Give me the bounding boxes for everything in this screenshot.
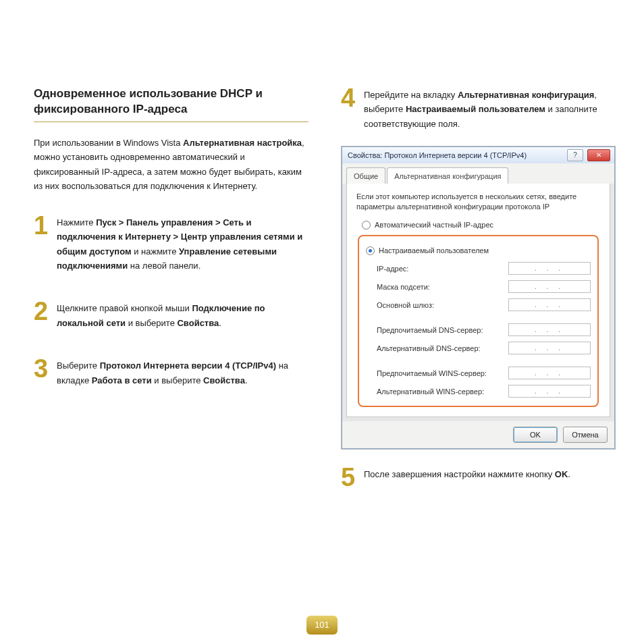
- text: Нажмите: [57, 217, 96, 227]
- step-body: После завершения настройки нажмите кнопк…: [364, 466, 570, 489]
- ip-input[interactable]: . . .: [508, 262, 591, 275]
- field-dns1: Предпочитаемый DNS-сервер: . . .: [377, 323, 591, 336]
- text-bold: Альтернативная конфигурация: [458, 90, 594, 100]
- step-body: Нажмите Пуск > Панель управления > Сеть …: [57, 214, 308, 273]
- panel-hint: Если этот компьютер используется в неско…: [356, 192, 600, 212]
- text: на левой панели.: [128, 261, 200, 271]
- tab-general[interactable]: Общие: [346, 167, 385, 184]
- dialog-panel: Если этот компьютер используется в неско…: [346, 184, 610, 417]
- ip-input[interactable]: . . .: [508, 280, 591, 293]
- field-label: Предпочитаемый WINS-сервер:: [377, 367, 508, 379]
- radio-label: Настраиваемый пользователем: [379, 244, 489, 257]
- field-label: Предпочитаемый DNS-сервер:: [377, 324, 508, 336]
- field-wins1: Предпочитаемый WINS-сервер: . . .: [377, 367, 591, 379]
- step-body: Перейдите на вкладку Альтернативная конф…: [364, 86, 616, 131]
- dialog-title: Свойства: Протокол Интернета версии 4 (T…: [348, 149, 563, 161]
- step-2: 2 Щелкните правой кнопкой мыши Подключен…: [34, 300, 308, 330]
- text: и выберите: [126, 318, 177, 328]
- text: и выберите: [152, 375, 203, 385]
- close-button[interactable]: ✕: [587, 149, 610, 161]
- step-number: 4: [341, 86, 357, 131]
- help-button[interactable]: ?: [567, 149, 583, 161]
- step-1: 1 Нажмите Пуск > Панель управления > Сет…: [34, 214, 308, 273]
- text: Перейдите на вкладку: [364, 90, 458, 100]
- text: .: [245, 375, 248, 385]
- step-5: 5 После завершения настройки нажмите кно…: [341, 466, 616, 489]
- text: Выберите: [57, 360, 100, 371]
- text: Щелкните правой кнопкой мыши: [57, 303, 192, 313]
- field-wins2: Альтернативный WINS-сервер: . . .: [377, 385, 591, 398]
- ip-input[interactable]: . . .: [508, 385, 591, 398]
- field-dns2: Альтернативный DNS-сервер: . . .: [377, 342, 591, 354]
- dialog-screenshot: Свойства: Протокол Интернета версии 4 (T…: [341, 146, 616, 450]
- page-number-badge: 101: [306, 616, 338, 635]
- radio-icon: [366, 246, 375, 255]
- text-bold: OK: [555, 469, 568, 479]
- text-bold: Работа в сети: [92, 375, 152, 385]
- intro-bold: Альтернативная настройка: [183, 138, 302, 148]
- ok-button[interactable]: OK: [513, 427, 558, 443]
- section-title: Одновременное использование DHCP и фикси…: [34, 86, 308, 117]
- step-3: 3 Выберите Протокол Интернета версии 4 (…: [34, 357, 308, 387]
- intro-text: При использовании в Windows Vista: [34, 138, 183, 148]
- text: и нажмите: [132, 246, 179, 257]
- step-number: 1: [34, 214, 50, 273]
- field-mask: Маска подсети: . . .: [377, 280, 591, 293]
- field-label: IP-адрес:: [377, 263, 508, 275]
- ip-input[interactable]: . . .: [508, 323, 591, 336]
- ip-input[interactable]: . . .: [508, 367, 591, 379]
- text: .: [219, 318, 221, 328]
- step-number: 2: [34, 300, 50, 330]
- field-label: Альтернативный DNS-сервер:: [377, 342, 508, 354]
- step-body: Щелкните правой кнопкой мыши Подключение…: [57, 300, 308, 330]
- field-ip: IP-адрес: . . .: [377, 262, 591, 275]
- step-body: Выберите Протокол Интернета версии 4 (TC…: [57, 357, 308, 387]
- step-4: 4 Перейдите на вкладку Альтернативная ко…: [341, 86, 616, 131]
- text-bold: Свойства: [177, 318, 219, 328]
- dialog-titlebar[interactable]: Свойства: Протокол Интернета версии 4 (T…: [342, 147, 614, 163]
- text-bold: Настраиваемый пользователем: [406, 104, 545, 114]
- step-number: 5: [341, 466, 357, 489]
- text-bold: Свойства: [203, 375, 245, 385]
- text-bold: Протокол Интернета версии 4 (TCP/IPv4): [100, 360, 276, 371]
- tab-alt-config[interactable]: Альтернативная конфигурация: [387, 167, 508, 184]
- text: .: [568, 469, 570, 479]
- field-gateway: Основной шлюз: . . .: [377, 298, 591, 311]
- ip-input[interactable]: . . .: [508, 342, 591, 354]
- cancel-button[interactable]: Отмена: [563, 427, 608, 443]
- radio-user-configured[interactable]: Настраиваемый пользователем: [366, 244, 591, 257]
- radio-auto-private[interactable]: Автоматический частный IP-адрес: [362, 219, 600, 231]
- title-rule: [34, 122, 308, 122]
- ip-input[interactable]: . . .: [508, 298, 591, 311]
- radio-icon: [362, 221, 371, 230]
- field-label: Альтернативный WINS-сервер:: [377, 385, 508, 398]
- intro-paragraph: При использовании в Windows Vista Альтер…: [34, 136, 308, 194]
- field-label: Маска подсети:: [377, 281, 508, 293]
- field-label: Основной шлюз:: [377, 299, 508, 311]
- radio-label: Автоматический частный IP-адрес: [375, 219, 493, 231]
- highlight-box: Настраиваемый пользователем IP-адрес: . …: [358, 235, 599, 407]
- dialog-buttons: OK Отмена: [342, 421, 614, 448]
- dialog-tabs: Общие Альтернативная конфигурация: [342, 163, 614, 184]
- text: После завершения настройки нажмите кнопк…: [364, 469, 555, 479]
- step-number: 3: [34, 357, 50, 387]
